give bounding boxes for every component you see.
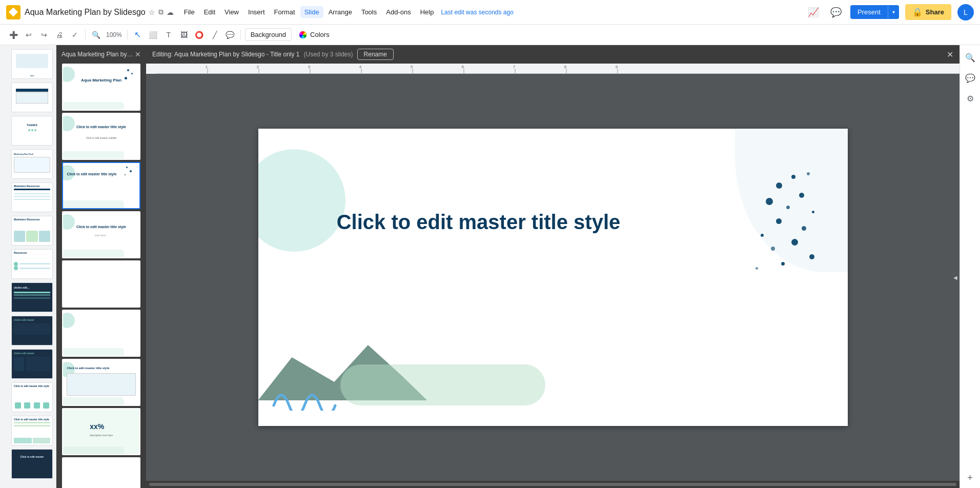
print-btn[interactable]: 🖨 xyxy=(52,28,67,42)
slide-thumb-32[interactable]: THANKS xyxy=(11,116,53,146)
right-panel-chat-icon[interactable]: 💬 xyxy=(962,70,978,86)
colors-button[interactable]: Colors xyxy=(294,29,335,41)
menu-tools[interactable]: Tools xyxy=(357,6,381,18)
master-thumb-percent[interactable]: xx% description text here xyxy=(62,408,140,455)
slide-thumb-34[interactable]: Marketers Resources xyxy=(11,182,53,212)
menu-edit[interactable]: Edit xyxy=(200,6,219,18)
master-thumb-blank[interactable] xyxy=(62,260,140,308)
insert-shapes2-btn[interactable]: ⭕ xyxy=(192,28,207,42)
master-thumb-blank2[interactable] xyxy=(62,310,140,357)
svg-text:4: 4 xyxy=(359,65,362,69)
slide-main-title[interactable]: Click to edit master title style xyxy=(289,211,668,234)
master-thumb-empty-white[interactable] xyxy=(62,457,140,488)
edit-header: Editing: Aqua Marketing Plan by Slidesgo… xyxy=(146,45,959,64)
cloud-icon[interactable]: ☁ xyxy=(167,8,174,16)
svg-text:7: 7 xyxy=(513,65,516,69)
share-button[interactable]: 🔒 Share xyxy=(905,4,951,20)
present-button[interactable]: Present xyxy=(850,5,888,19)
master-thumb-2[interactable]: Click to edit master title style Click t… xyxy=(62,113,140,160)
mini-slide-31 xyxy=(12,83,52,112)
background-button[interactable]: Background xyxy=(245,28,292,41)
toolbar: ➕ ↩ ↪ 🖨 ✓ 🔍 100% ↖ ⬜ T 🖼 ⭕ ╱ 💬 Backgroun… xyxy=(0,25,980,45)
doc-title[interactable]: Aqua Marketing Plan by Slidesgo xyxy=(25,8,146,17)
mini-slide-32: THANKS xyxy=(12,116,52,145)
menu-format[interactable]: Format xyxy=(270,6,299,18)
slide-thumb-39[interactable]: clickto edit master xyxy=(11,349,53,379)
folder-icon[interactable]: ⧉ xyxy=(158,8,164,16)
insert-line-btn[interactable]: ╱ xyxy=(208,28,222,42)
collapse-panel-btn[interactable]: ◀ xyxy=(951,265,959,290)
toolbar-sep-2 xyxy=(127,30,128,40)
redo-btn[interactable]: ↪ xyxy=(37,28,51,42)
slide-thumb-wrapper-41: 41 Click to edit master title style xyxy=(3,416,53,448)
undo-btn[interactable]: ↩ xyxy=(22,28,36,42)
insert-text-btn[interactable]: T xyxy=(161,28,176,42)
share-label: Share xyxy=(926,8,944,16)
slide-panel[interactable]: 30 ●●● 31 32 THANKS xyxy=(0,45,56,488)
slide-thumb-35[interactable]: Marketers Resources xyxy=(11,216,53,246)
mini-slide-33: Marketing Nov Pack xyxy=(12,150,52,178)
add-slide-btn[interactable]: ➕ xyxy=(6,28,21,42)
main-area: 30 ●●● 31 32 THANKS xyxy=(0,45,980,488)
svg-text:9: 9 xyxy=(616,65,618,69)
slide-thumb-wrapper-36: 36 Resources xyxy=(3,249,53,281)
menu-slide[interactable]: Slide xyxy=(300,6,323,18)
mini-slide-38: clickto edit master xyxy=(12,316,52,345)
slide-thumb-37[interactable]: clickto edit... xyxy=(11,282,53,312)
slide-thumb-42[interactable]: Click to edit master xyxy=(11,449,53,479)
master-thumb-blank-wide[interactable]: Click to edit master title style click h… xyxy=(62,211,140,258)
analytics-icon[interactable]: 📈 xyxy=(805,4,822,21)
menu-insert[interactable]: Insert xyxy=(244,6,269,18)
menu-file[interactable]: File xyxy=(180,6,199,18)
master-thumb-table[interactable]: Click to edit master title style xyxy=(62,359,140,406)
slide-thumb-40[interactable]: Click to edit master title style xyxy=(11,382,53,412)
zoom-display[interactable]: 100% xyxy=(104,30,124,39)
slide-canvas[interactable]: Click to edit master title style xyxy=(258,129,848,426)
mini-slide-41: Click to edit master title style xyxy=(12,416,52,445)
colors-circle-icon xyxy=(299,31,307,39)
comment-btn[interactable]: 💬 xyxy=(223,28,237,42)
right-panel-search-icon[interactable]: 🔍 xyxy=(962,49,978,66)
mini-slide-30: ●●● xyxy=(12,50,52,78)
master-thumb-title-only[interactable]: Click to edit master title style xyxy=(62,162,140,209)
slide-thumb-wrapper-31: 31 xyxy=(3,83,53,114)
star-icon[interactable]: ☆ xyxy=(149,8,155,16)
insert-shapes-btn[interactable]: ⬜ xyxy=(146,28,160,42)
menu-arrange[interactable]: Arrange xyxy=(324,6,356,18)
menu-addons[interactable]: Add-ons xyxy=(382,6,415,18)
slide-thumb-wrapper-40: 40 Click to edit master title style xyxy=(3,382,53,414)
master-close-btn[interactable]: ✕ xyxy=(135,50,141,58)
master-thumb-main[interactable]: Aqua Marketing Plan xyxy=(62,64,140,111)
insert-image-btn[interactable]: 🖼 xyxy=(177,28,191,42)
rename-button[interactable]: Rename xyxy=(357,49,394,60)
right-panel-settings-icon[interactable]: ⚙ xyxy=(962,90,978,107)
mini-slide-34: Marketers Resources xyxy=(12,183,52,212)
user-avatar[interactable]: L xyxy=(957,4,974,21)
present-dropdown[interactable]: ▾ xyxy=(888,6,899,18)
slide-thumb-38[interactable]: clickto edit master xyxy=(11,316,53,345)
spellcheck-btn[interactable]: ✓ xyxy=(68,28,82,42)
app-logo[interactable] xyxy=(6,5,21,19)
slide-thumb-30[interactable]: ●●● xyxy=(11,49,53,79)
mini-slide-39: clickto edit master xyxy=(12,350,52,378)
slide-thumb-33[interactable]: Marketing Nov Pack xyxy=(11,149,53,179)
ruler-container: 1 2 3 4 5 6 7 8 9 xyxy=(146,64,959,74)
slide-thumb-41[interactable]: Click to edit master title style xyxy=(11,416,53,445)
right-panel-add-btn[interactable]: + xyxy=(964,472,976,484)
toolbar-sep-1 xyxy=(85,30,86,40)
menu-help[interactable]: Help xyxy=(416,6,438,18)
green-cloud xyxy=(340,364,545,405)
mini-slide-37: clickto edit... xyxy=(12,283,52,312)
cursor-btn[interactable]: ↖ xyxy=(131,28,145,42)
zoom-out-btn[interactable]: 🔍 xyxy=(89,28,103,42)
comments-icon[interactable]: 💬 xyxy=(828,4,844,21)
last-edit-link[interactable]: Last edit was seconds ago xyxy=(441,9,513,16)
close-editing-btn[interactable]: ✕ xyxy=(947,50,953,59)
slide-thumb-wrapper-35: 35 Marketers Resources xyxy=(3,216,53,248)
slide-thumb-36[interactable]: Resources xyxy=(11,249,53,279)
slide-thumb-31[interactable] xyxy=(11,83,53,112)
menu-view[interactable]: View xyxy=(220,6,243,18)
scroll-bar-h[interactable] xyxy=(149,483,956,486)
master-panel-title: Aqua Marketing Plan by Slid... xyxy=(62,51,133,58)
slide-thumb-wrapper-33: 33 Marketing Nov Pack xyxy=(3,149,53,181)
